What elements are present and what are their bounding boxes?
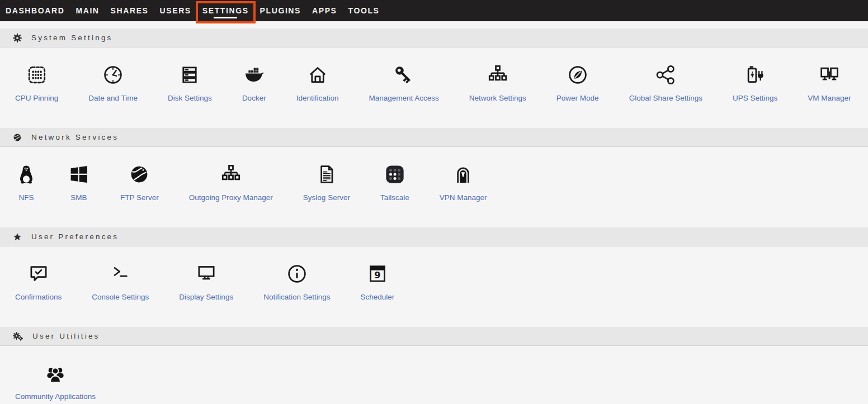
tile-label: Notification Settings (263, 293, 330, 301)
battery-plug-icon (744, 64, 766, 86)
tile-console-settings[interactable]: Console Settings (77, 263, 164, 301)
tile-scheduler[interactable]: 9 Scheduler (345, 263, 409, 301)
nav-item-shares[interactable]: SHARES (105, 0, 154, 21)
tile-identification[interactable]: Identification (281, 64, 354, 102)
section-title: User Utilities (32, 332, 100, 340)
nav-item-users[interactable]: USERS (154, 0, 197, 21)
calendar-icon: 9 (366, 263, 389, 285)
nav-label: APPS (312, 6, 337, 15)
nav-label: TOOLS (348, 6, 380, 15)
sitemap-icon (487, 64, 509, 86)
document-lines-icon (315, 163, 338, 186)
tile-label: Outgoing Proxy Manager (189, 193, 273, 202)
tile-label: VPN Manager (440, 193, 487, 202)
tile-label: Confirmations (15, 293, 62, 301)
nav-label: PLUGINS (260, 6, 301, 15)
tile-label: Power Mode (556, 94, 599, 102)
tile-label: Disk Settings (168, 94, 212, 102)
nav-item-plugins[interactable]: PLUGINS (254, 0, 306, 21)
tile-date-and-time[interactable]: Date and Time (73, 64, 153, 102)
docker-whale-icon (243, 64, 265, 86)
tile-ups-settings[interactable]: UPS Settings (718, 64, 792, 102)
tile-vpn-manager[interactable]: VPN Manager (424, 163, 502, 202)
microchip-icon (26, 64, 48, 86)
nav-item-apps[interactable]: APPS (306, 0, 343, 21)
monitor-icon (195, 263, 218, 285)
star-icon (13, 232, 22, 241)
tile-label: NFS (19, 193, 34, 202)
calendar-day: 9 (374, 270, 380, 281)
tile-vm-manager[interactable]: VM Manager (792, 64, 866, 102)
server-stack-icon (178, 64, 201, 86)
tile-global-share-settings[interactable]: Global Share Settings (614, 64, 718, 102)
nav-item-tools[interactable]: TOOLS (343, 0, 385, 21)
tile-label: Network Settings (469, 94, 526, 102)
tile-management-access[interactable]: Management Access (353, 64, 454, 102)
clock-icon (102, 64, 124, 86)
globe-solid-icon (128, 163, 150, 186)
tile-outgoing-proxy-manager[interactable]: Outgoing Proxy Manager (174, 163, 288, 202)
spacer (0, 21, 868, 28)
nav-label: MAIN (76, 6, 99, 15)
tile-disk-settings[interactable]: Disk Settings (153, 64, 227, 102)
tile-notification-settings[interactable]: Notification Settings (248, 263, 345, 301)
leaf-circle-icon (567, 64, 589, 86)
tile-label: Scheduler (360, 293, 394, 301)
section-body-user-preferences: Confirmations Console Settings Display S… (0, 246, 868, 327)
tile-nfs[interactable]: NFS (0, 163, 53, 202)
tile-label: Date and Time (88, 94, 138, 102)
section-body-network-services: NFS SMB FTP Server (0, 147, 868, 227)
share-nodes-icon (654, 64, 677, 86)
section-header-user-preferences: User Preferences (0, 227, 868, 246)
tile-label: Docker (242, 94, 266, 102)
nav-label: SHARES (111, 6, 149, 15)
tile-label: Identification (296, 94, 339, 102)
tile-label: Syslog Server (303, 193, 350, 202)
key-icon (393, 64, 415, 86)
terminal-icon (109, 263, 131, 285)
tile-docker[interactable]: Docker (227, 64, 281, 102)
nav-label: USERS (160, 6, 191, 15)
tile-cpu-pinning[interactable]: CPU Pinning (0, 64, 73, 102)
main-navbar: DASHBOARD MAIN SHARES USERS SETTINGS PLU… (0, 0, 868, 21)
tile-label: Console Settings (92, 293, 149, 301)
tile-ftp-server[interactable]: FTP Server (105, 163, 174, 202)
tile-syslog-server[interactable]: Syslog Server (288, 163, 365, 202)
active-tab-underline (214, 17, 237, 18)
tile-label: Global Share Settings (629, 94, 702, 102)
section-header-network-services: Network Services (0, 128, 868, 147)
tile-confirmations[interactable]: Confirmations (0, 263, 77, 301)
tile-community-applications[interactable]: Community Applications (0, 362, 111, 401)
tile-label: Community Applications (15, 392, 96, 401)
linux-tux-icon (15, 163, 37, 186)
nav-label: SETTINGS (202, 6, 249, 15)
nav-item-settings[interactable]: SETTINGS (197, 0, 254, 21)
tile-power-mode[interactable]: Power Mode (541, 64, 614, 102)
comment-check-icon (27, 263, 50, 285)
section-body-user-utilities: Community Applications (0, 346, 868, 404)
section-title: User Preferences (31, 232, 119, 241)
tile-display-settings[interactable]: Display Settings (164, 263, 248, 301)
nav-label: DASHBOARD (6, 6, 64, 15)
house-icon (306, 64, 329, 86)
tile-label: FTP Server (120, 193, 159, 202)
tile-tailscale[interactable]: Tailscale (365, 163, 424, 202)
section-title: Network Services (31, 133, 119, 141)
tile-label: Management Access (369, 94, 438, 102)
tile-label: CPU Pinning (15, 94, 58, 102)
info-circle-icon (286, 263, 308, 285)
tailscale-grid-icon (384, 163, 406, 186)
sitemap-icon (220, 163, 242, 186)
vpn-arch-icon (452, 163, 474, 186)
nav-item-dashboard[interactable]: DASHBOARD (0, 0, 70, 21)
gear-icon (13, 34, 22, 42)
tile-network-settings[interactable]: Network Settings (454, 64, 541, 102)
nav-item-main[interactable]: MAIN (70, 0, 105, 21)
windows-logo-icon (68, 163, 90, 186)
tile-smb[interactable]: SMB (53, 163, 105, 202)
tile-label: UPS Settings (733, 94, 777, 102)
users-group-icon (44, 362, 67, 384)
section-header-system-settings: System Settings (0, 28, 868, 47)
globe-icon (13, 133, 22, 142)
section-header-user-utilities: User Utilities (0, 327, 868, 346)
